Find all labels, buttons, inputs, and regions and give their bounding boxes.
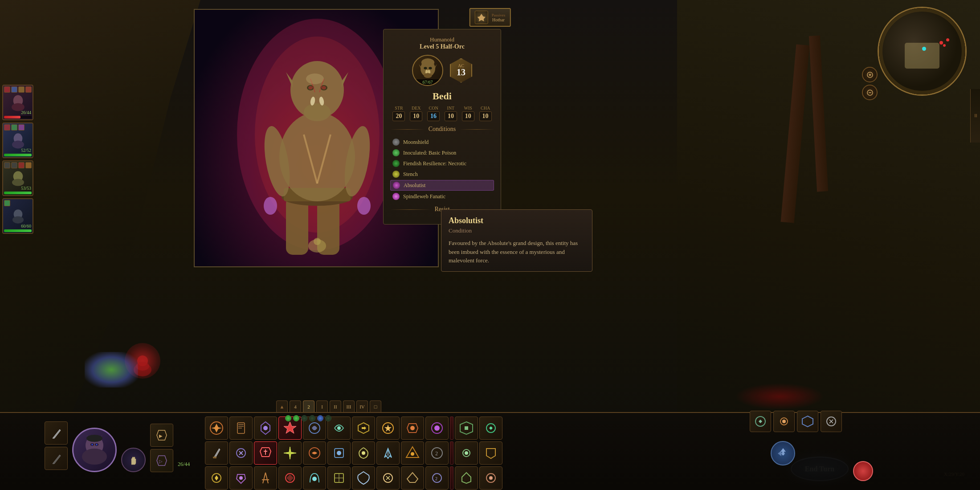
weapon-slot-10[interactable]: 2 (425, 441, 449, 465)
svg-point-90 (489, 476, 493, 480)
svg-point-39 (421, 58, 434, 66)
tab-square[interactable]: □ (370, 400, 381, 412)
tab-triangle[interactable]: ▲ (276, 400, 288, 412)
stat-cha: CHA 10 (479, 106, 492, 121)
svg-point-60 (410, 426, 415, 430)
condition-absolutist[interactable]: Absolutist (390, 180, 494, 191)
svg-point-48 (12, 140, 24, 148)
weapon-slot-7[interactable] (352, 441, 375, 465)
initiative-panel[interactable]: Passives Hotbar (470, 8, 511, 27)
action-slot-8[interactable] (376, 416, 400, 440)
weapon-slot-8[interactable] (376, 441, 400, 465)
bonus-action-button[interactable]: ▷ (150, 449, 173, 472)
action-slot-3[interactable] (254, 416, 277, 440)
spell-slots (285, 415, 331, 421)
party-2-icon-2 (11, 124, 17, 131)
right-icon-3[interactable] (797, 411, 818, 432)
svg-point-95 (91, 444, 93, 445)
svg-point-104 (782, 420, 786, 423)
item-slot-6[interactable] (327, 466, 351, 490)
party-2-hp-bar (4, 154, 32, 156)
condition-icon-spindleweb (392, 193, 400, 200)
right-icon-2[interactable] (773, 411, 795, 432)
spell-slot-2 (293, 415, 299, 421)
info-panel: Humanoid Level 5 Half-Orc 67/67 AC 13 (383, 29, 501, 225)
weapon-slot-12[interactable] (479, 441, 502, 465)
stance-button[interactable] (121, 448, 146, 472)
action-slot-10[interactable] (425, 416, 449, 440)
weapon-slot-5[interactable] (303, 441, 326, 465)
party-4-hp: 60/60 (21, 224, 31, 229)
item-slot-12[interactable] (479, 466, 502, 490)
tab-I[interactable]: I (316, 400, 328, 412)
weapon-quick-1[interactable] (45, 421, 68, 445)
absolutist-tooltip: Absolutist Condition Favoured by the Abs… (441, 209, 592, 272)
item-slot-3[interactable] (254, 466, 277, 490)
weapon-slot-4[interactable] (278, 441, 302, 465)
weapon-slot-3-active[interactable] (254, 441, 277, 465)
condition-poison[interactable]: Inoculated: Basic Poison (390, 148, 494, 158)
item-slot-8[interactable] (376, 466, 400, 490)
scroll-indicator[interactable]: ≡ (970, 89, 980, 143)
tab-II[interactable]: II (330, 400, 341, 412)
condition-moonshield[interactable]: Moonshield (390, 137, 494, 147)
svg-text:2: 2 (435, 476, 437, 481)
right-action-icons (750, 411, 842, 432)
red-action-indicator (853, 461, 873, 481)
condition-spindleweb[interactable]: Spindleweb Fanatic (390, 192, 494, 201)
svg-point-13 (264, 197, 277, 215)
item-slot-5[interactable] (303, 466, 326, 490)
party-portrait-3[interactable]: 53/53 (2, 160, 33, 196)
condition-icon-absolutist (393, 182, 400, 189)
item-slot-11[interactable] (455, 466, 478, 490)
party-portrait-2[interactable]: 52/52 (2, 122, 33, 158)
svg-text:2: 2 (435, 450, 438, 457)
condition-fiendish[interactable]: Fiendish Resilience: Necrotic (390, 159, 494, 168)
cha-label: CHA (479, 106, 492, 110)
weapon-slot-2[interactable] (229, 441, 253, 465)
action-slot-11[interactable] (455, 416, 478, 440)
action-slot-1[interactable] (205, 416, 228, 440)
weapon-slot-11[interactable] (455, 441, 478, 465)
action-button[interactable]: ▶ (150, 424, 173, 447)
tab-IV[interactable]: IV (356, 400, 368, 412)
svg-point-62 (434, 425, 440, 431)
minimap[interactable] (878, 7, 967, 96)
condition-stench[interactable]: Stench (390, 169, 494, 179)
weapon-slot-6[interactable] (327, 441, 351, 465)
action-slot-2[interactable] (229, 416, 253, 440)
tab-4[interactable]: 4 (290, 400, 301, 412)
item-slot-9[interactable] (401, 466, 424, 490)
tab-III[interactable]: III (343, 400, 355, 412)
int-label: INT (445, 106, 457, 110)
item-slot-4[interactable] (278, 466, 302, 490)
weapon-slot-9[interactable] (401, 441, 424, 465)
init-icon-1[interactable] (475, 11, 488, 24)
map-zoom-out[interactable] (862, 85, 878, 100)
svg-point-52 (12, 216, 23, 223)
action-slot-7[interactable] (352, 416, 375, 440)
item-slot-1[interactable] (205, 466, 228, 490)
status-icon-3 (18, 86, 24, 93)
party-portrait-4[interactable]: 60/60 (2, 198, 33, 234)
svg-point-96 (96, 444, 98, 445)
item-slot-7[interactable] (352, 466, 375, 490)
map-zoom-in[interactable] (862, 67, 878, 82)
action-slot-12[interactable] (479, 416, 502, 440)
spell-slot-3 (301, 415, 307, 421)
right-icon-4[interactable] (821, 411, 842, 432)
right-icon-1[interactable] (750, 411, 771, 432)
movement-icon[interactable] (771, 441, 795, 466)
stat-str: STR 20 (392, 106, 405, 121)
weapon-quick-2[interactable] (45, 447, 68, 470)
item-slot-10[interactable]: 2 (425, 466, 449, 490)
player-portrait-main[interactable] (72, 428, 117, 472)
party-2-hp: 52/52 (21, 148, 31, 153)
action-slot-9[interactable] (401, 416, 424, 440)
party-portrait-1[interactable]: 26/44 (2, 85, 33, 120)
panel-header: Humanoid Level 5 Half-Orc (390, 36, 494, 50)
tab-2[interactable]: 2 (303, 400, 314, 412)
item-slot-2[interactable] (229, 466, 253, 490)
weapon-slot-1[interactable] (205, 441, 228, 465)
stat-dex: DEX 10 (410, 106, 422, 121)
